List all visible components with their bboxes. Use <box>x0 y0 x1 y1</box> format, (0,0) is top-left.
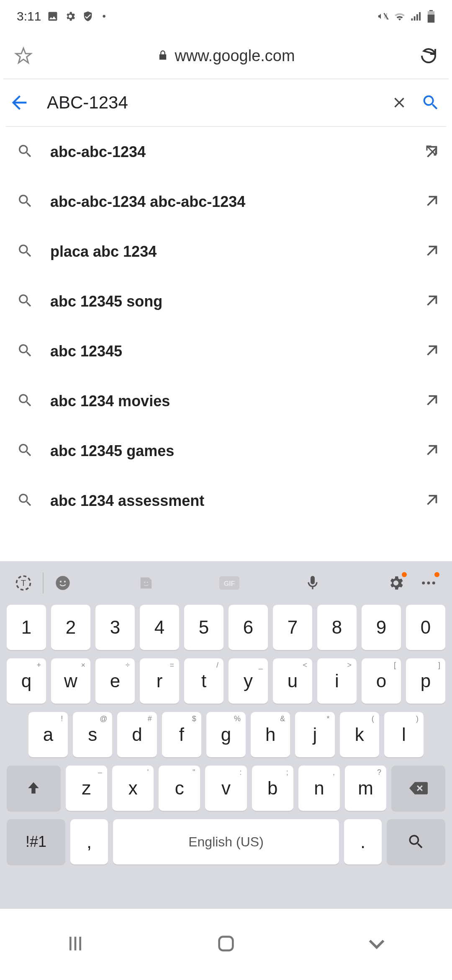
key-p[interactable]: ]p <box>406 658 445 704</box>
text-correction-icon[interactable]: T <box>10 570 37 596</box>
key-e[interactable]: ÷e <box>95 658 135 704</box>
status-bar: 3:11 • <box>0 0 452 33</box>
key-q[interactable]: +q <box>7 658 46 704</box>
gif-icon[interactable]: GIF <box>216 570 243 596</box>
key-z[interactable]: –z <box>66 766 107 811</box>
nav-home-icon[interactable] <box>214 932 238 957</box>
suggestion-item[interactable]: placa abc 1234 <box>0 227 452 276</box>
search-icon <box>17 242 33 261</box>
insert-arrow-icon[interactable] <box>424 243 439 260</box>
insert-arrow-icon[interactable] <box>424 293 439 310</box>
key-s[interactable]: @s <box>73 712 112 757</box>
mic-icon[interactable] <box>299 570 326 596</box>
notification-dot <box>402 572 407 577</box>
nav-recents-icon[interactable] <box>64 932 87 957</box>
insert-arrow-icon[interactable] <box>424 343 439 360</box>
suggestion-text: abc-abc-1234 <box>50 143 408 161</box>
key-0[interactable]: 0 <box>406 605 445 650</box>
search-row <box>0 79 452 126</box>
status-time: 3:11 <box>17 9 41 23</box>
key-k[interactable]: (k <box>340 712 379 757</box>
key-6[interactable]: 6 <box>229 605 268 650</box>
suggestion-item[interactable]: abc 1234 movies <box>0 376 452 426</box>
sticker-icon[interactable] <box>133 570 159 596</box>
key-period[interactable]: . <box>344 819 382 864</box>
emoji-icon[interactable] <box>49 570 76 596</box>
key-shift[interactable] <box>7 766 61 811</box>
key-f[interactable]: $f <box>162 712 201 757</box>
svg-text:GIF: GIF <box>224 580 235 587</box>
key-u[interactable]: <u <box>273 658 312 704</box>
key-space[interactable]: English (US) <box>113 819 339 864</box>
key-8[interactable]: 8 <box>317 605 357 650</box>
suggestion-item[interactable]: abc 1234 assessment <box>0 476 452 526</box>
key-g[interactable]: %g <box>206 712 246 757</box>
key-l[interactable]: )l <box>384 712 424 757</box>
key-n[interactable]: ,n <box>298 766 340 811</box>
key-c[interactable]: "c <box>159 766 200 811</box>
keyboard-row-a: !a @s #d $f %g &h *j (k )l <box>7 712 445 757</box>
suggestion-item[interactable]: abc 12345 <box>0 326 452 376</box>
svg-rect-23 <box>219 937 233 951</box>
notification-dot <box>434 572 439 577</box>
search-submit-icon[interactable] <box>421 93 440 112</box>
search-input[interactable] <box>38 93 383 113</box>
suggestion-item[interactable]: abc-abc-1234 <box>0 127 452 177</box>
key-i[interactable]: >i <box>317 658 357 704</box>
key-symbols[interactable]: !#1 <box>7 819 65 864</box>
key-9[interactable]: 9 <box>362 605 401 650</box>
key-1[interactable]: 1 <box>7 605 46 650</box>
key-enter-search[interactable] <box>387 819 445 864</box>
key-j[interactable]: *j <box>295 712 334 757</box>
shield-icon <box>82 10 94 22</box>
key-d[interactable]: #d <box>117 712 157 757</box>
svg-point-10 <box>56 576 69 590</box>
insert-arrow-icon[interactable] <box>424 393 439 410</box>
key-x[interactable]: 'x <box>112 766 154 811</box>
suggestion-item[interactable]: abc-abc-1234 abc-abc-1234 <box>0 177 452 227</box>
suggestion-item[interactable]: abc 12345 song <box>0 276 452 326</box>
clear-icon[interactable] <box>391 94 408 111</box>
key-v[interactable]: :v <box>205 766 247 811</box>
svg-rect-7 <box>428 15 434 23</box>
search-icon <box>17 392 33 410</box>
keyboard-toolbar: T GIF <box>0 561 452 605</box>
bookmark-star-icon[interactable] <box>13 46 33 66</box>
nav-back-icon[interactable] <box>365 932 388 957</box>
key-y[interactable]: _y <box>229 658 268 704</box>
key-b[interactable]: ;b <box>252 766 293 811</box>
wifi-icon <box>393 10 406 23</box>
suggestion-text: abc 12345 <box>50 343 408 360</box>
key-backspace[interactable] <box>391 766 445 811</box>
svg-point-11 <box>60 581 62 583</box>
suggestion-item[interactable]: abc 12345 games <box>0 426 452 476</box>
svg-point-13 <box>144 582 145 583</box>
key-t[interactable]: /t <box>184 658 223 704</box>
key-a[interactable]: !a <box>28 712 68 757</box>
key-3[interactable]: 3 <box>95 605 135 650</box>
insert-arrow-icon[interactable] <box>424 193 439 210</box>
key-o[interactable]: [o <box>362 658 401 704</box>
insert-arrow-icon[interactable] <box>424 144 439 160</box>
svg-point-18 <box>427 582 430 585</box>
key-2[interactable]: 2 <box>51 605 90 650</box>
keyboard-more-icon[interactable] <box>415 570 442 596</box>
svg-rect-1 <box>411 18 413 21</box>
keyboard-settings-icon[interactable] <box>383 570 409 596</box>
insert-arrow-icon[interactable] <box>424 493 439 509</box>
back-arrow-icon[interactable] <box>8 92 30 113</box>
key-7[interactable]: 7 <box>273 605 312 650</box>
key-r[interactable]: =r <box>140 658 179 704</box>
key-w[interactable]: ×w <box>51 658 90 704</box>
url-display[interactable]: www.google.com <box>44 47 408 65</box>
suggestion-text: abc 12345 games <box>50 442 408 460</box>
key-comma[interactable]: , <box>70 819 108 864</box>
key-h[interactable]: &h <box>251 712 290 757</box>
key-4[interactable]: 4 <box>140 605 179 650</box>
insert-arrow-icon[interactable] <box>424 443 439 459</box>
key-5[interactable]: 5 <box>184 605 223 650</box>
keyboard-row-numbers: 1 2 3 4 5 6 7 8 9 0 <box>7 605 445 650</box>
keyboard-row-bottom: !#1 , English (US) . <box>7 819 445 864</box>
key-m[interactable]: ?m <box>345 766 386 811</box>
reload-icon[interactable] <box>419 46 439 66</box>
